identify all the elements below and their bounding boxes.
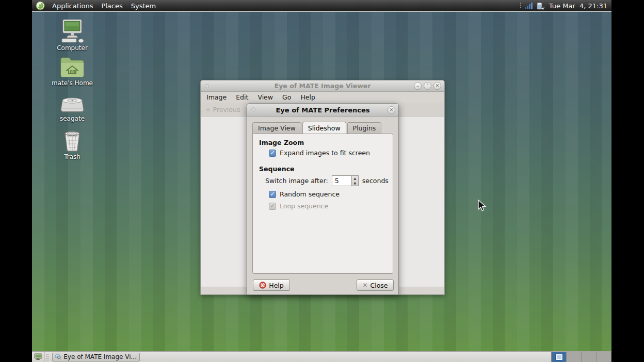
viewer-window-title: Eye of MATE Image Viewer [201, 82, 444, 90]
dialog-title: Eye of MATE Preferences [247, 106, 398, 114]
workspace-1[interactable] [552, 352, 567, 362]
minimize-button[interactable]: ⌄ [414, 82, 422, 90]
show-desktop-button[interactable] [32, 352, 45, 362]
tab-slideshow[interactable]: Slideshow [302, 122, 346, 134]
dialog-tabs: Image View Slideshow Plugins [252, 122, 382, 134]
loop-sequence-row: ✓ Loop sequence [269, 202, 328, 210]
spin-up-icon[interactable]: ▲ [352, 176, 358, 181]
desktop-icon-seagate[interactable]: seagate [45, 94, 99, 122]
seconds-unit-label: seconds [362, 177, 389, 185]
workspace-switcher [551, 352, 611, 362]
menu-go[interactable]: Go [278, 92, 296, 102]
sequence-heading: Sequence [259, 165, 295, 173]
menu-system[interactable]: System [127, 0, 160, 11]
viewer-menubar: Image Edit View Go Help [201, 92, 444, 103]
desktop-icon-label[interactable]: Trash [45, 153, 99, 160]
desktop-icon-label[interactable]: seagate [45, 115, 99, 122]
seconds-input[interactable] [332, 175, 351, 186]
close-dialog-button[interactable]: ✕ Close [357, 279, 394, 291]
tab-image-view[interactable]: Image View [252, 122, 301, 134]
show-desktop-icon [34, 353, 42, 360]
tab-plugins[interactable]: Plugins [347, 122, 382, 134]
viewer-titlebar: Eye of MATE Image Viewer ⌄ ⌃ ✕ [201, 80, 444, 92]
loop-sequence-label: Loop sequence [280, 202, 328, 210]
previous-arrow-icon: « [206, 106, 211, 113]
mate-menu-icon[interactable] [36, 1, 45, 10]
desktop-icon-label[interactable]: Computer [45, 44, 99, 52]
menu-image[interactable]: Image [202, 92, 231, 102]
help-lifebuoy-icon [259, 282, 266, 289]
random-sequence-checkbox[interactable]: ✓ [269, 191, 276, 198]
expand-images-row: ✓ Expand images to fit screen [269, 149, 370, 157]
dialog-titlebar: Eye of MATE Preferences ✕ [247, 104, 398, 117]
maximize-button[interactable]: ⌃ [424, 82, 431, 90]
slideshow-tab-panel: Image Zoom ✓ Expand images to fit screen… [252, 134, 393, 274]
preferences-dialog: Eye of MATE Preferences ✕ Image View Sli… [247, 103, 399, 295]
expand-images-label[interactable]: Expand images to fit screen [280, 149, 370, 157]
help-button[interactable]: Help [253, 279, 290, 291]
trash-icon [45, 129, 99, 152]
spin-down-icon[interactable]: ▼ [352, 181, 358, 186]
tray-handle[interactable] [520, 2, 522, 9]
check-icon: ✓ [270, 191, 275, 197]
desktop-icon-trash[interactable]: Trash [45, 129, 99, 160]
seconds-spinbox: ▲ ▼ [332, 175, 359, 186]
top-panel: Applications Places System [32, 0, 611, 11]
menu-places[interactable]: Places [97, 0, 126, 11]
close-button-label: Close [371, 282, 388, 289]
system-tray: Tue Mar 4, 21:31 [520, 2, 611, 10]
workspace-2[interactable] [567, 352, 582, 362]
taskbar-handle[interactable] [46, 353, 49, 360]
close-button[interactable]: ✕ [433, 82, 441, 90]
spin-arrows: ▲ ▼ [351, 175, 359, 186]
switch-image-row: Switch image after: ▲ ▼ seconds [265, 175, 389, 186]
workspace-window-mini [556, 354, 562, 360]
dialog-window-menu-icon[interactable] [251, 107, 255, 111]
check-icon: ✓ [270, 150, 275, 156]
previous-label: Previous [213, 106, 240, 113]
previous-button[interactable]: « Previous [206, 106, 240, 113]
random-sequence-row: ✓ Random sequence [269, 190, 340, 198]
desktop-icon-computer[interactable]: Computer [45, 19, 99, 52]
clock[interactable]: Tue Mar 4, 21:31 [549, 2, 607, 10]
desktop-icon-home[interactable]: mate's Home [45, 56, 99, 87]
workspace-3[interactable] [582, 352, 597, 362]
check-icon: ✓ [270, 203, 275, 209]
image-zoom-heading: Image Zoom [259, 139, 304, 146]
eom-task-icon [55, 353, 61, 360]
battery-icon[interactable] [536, 2, 546, 10]
menu-view[interactable]: View [253, 92, 278, 102]
harddrive-icon [45, 94, 99, 114]
menu-help[interactable]: Help [296, 92, 320, 102]
taskbar-window-button[interactable]: Eye of MATE Image Vi... [52, 353, 140, 361]
network-signal-icon[interactable] [524, 2, 534, 9]
taskbar-window-label: Eye of MATE Image Vi... [63, 353, 137, 360]
random-sequence-label[interactable]: Random sequence [280, 190, 340, 198]
home-folder-icon [45, 56, 99, 78]
menu-applications[interactable]: Applications [48, 0, 97, 11]
loop-sequence-checkbox[interactable]: ✓ [269, 203, 276, 210]
switch-image-label: Switch image after: [265, 177, 328, 185]
expand-images-checkbox[interactable]: ✓ [269, 150, 276, 157]
close-x-icon: ✕ [362, 282, 367, 288]
window-menu-icon[interactable] [205, 84, 209, 88]
screen: Applications Places System [0, 0, 644, 362]
bottom-taskbar: Eye of MATE Image Vi... [32, 351, 611, 362]
desktop-icon-label[interactable]: mate's Home [45, 79, 99, 87]
computer-icon [45, 19, 99, 43]
menu-edit[interactable]: Edit [231, 92, 253, 102]
workspace-4[interactable] [597, 352, 611, 362]
dialog-close-button[interactable]: ✕ [388, 106, 395, 114]
help-button-label: Help [269, 282, 284, 289]
